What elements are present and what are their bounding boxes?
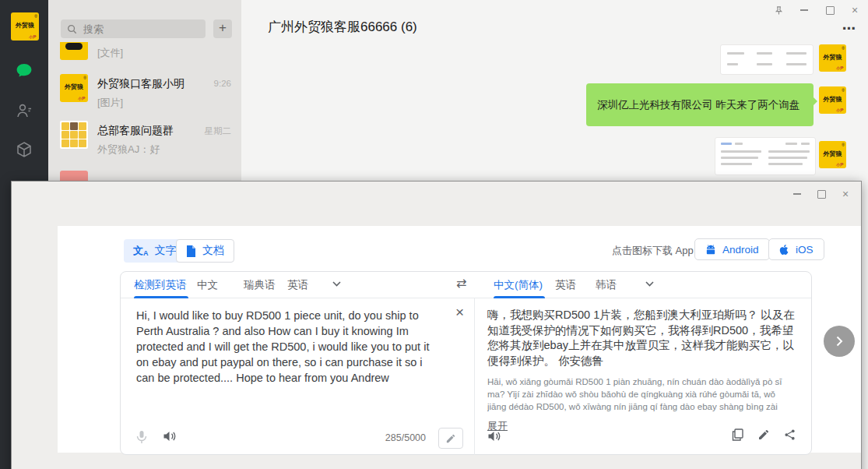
brand-reg-mark: ® [842, 88, 845, 93]
swap-languages-icon[interactable]: ⇄ [456, 276, 466, 291]
download-hint: 点击图标下载 App [612, 244, 694, 258]
source-lang-tab[interactable]: 中文 [197, 278, 218, 292]
document-mode-button[interactable]: 文档 [176, 239, 234, 263]
chat-title: 广州外贸狼客服66666 (6) [268, 18, 417, 36]
edit-source-button[interactable] [438, 428, 463, 449]
source-lang-tab[interactable]: 瑞典语 [244, 278, 276, 292]
listen-source-icon[interactable] [163, 430, 176, 443]
brand-avatar-subtext: 小尹 [836, 65, 844, 70]
source-lang-tab-detected[interactable]: 检测到英语 [134, 278, 187, 292]
android-download-button[interactable]: Android [694, 238, 770, 260]
document-icon [186, 245, 196, 257]
translate-icon: 文A [133, 245, 149, 257]
sender-avatar[interactable]: 外贸狼 ® 小尹 [819, 141, 846, 168]
search-input[interactable] [82, 23, 186, 36]
brand-avatar-subtext: 小尹 [836, 162, 844, 167]
translator-page: 文A 文字 文档 点击图标下载 App Android iOS [58, 226, 861, 453]
brand-avatar-text: 外贸狼 [60, 83, 88, 91]
moments-cube-icon[interactable] [15, 140, 33, 159]
copy-translation-icon[interactable] [732, 428, 743, 441]
minimize-icon[interactable] [791, 188, 803, 200]
language-tab-bar: 检测到英语 中文 瑞典语 英语 ⇄ 中文(简体) 英语 韩语 [121, 272, 811, 298]
brand-reg-mark: ® [842, 46, 845, 51]
chat-item-time: 星期二 [205, 125, 232, 137]
brand-avatar-subtext: 小尹 [78, 96, 86, 100]
translator-window: × 文A 文字 文档 点击图标下载 App Android [11, 181, 862, 469]
message-image-thumbnail[interactable] [715, 137, 816, 175]
contacts-icon[interactable] [15, 101, 33, 120]
chevron-right-icon [834, 336, 845, 347]
source-footer: 285/5000 [136, 428, 463, 448]
boss-badge [65, 43, 83, 50]
target-lang-tab[interactable]: 韩语 [596, 278, 617, 292]
target-footer [487, 428, 796, 448]
apple-icon [779, 244, 789, 256]
clear-source-icon[interactable]: × [455, 305, 464, 319]
user-avatar[interactable]: 外贸狼 ® 小尹 [11, 12, 39, 41]
group-chat-avatar[interactable] [60, 121, 88, 149]
chat-item-avatar[interactable]: 外贸狼 ® 小尹 [60, 74, 88, 102]
listen-translation-icon[interactable] [487, 430, 501, 443]
android-label: Android [722, 244, 759, 256]
android-icon [705, 244, 716, 256]
brand-reg-mark: ® [842, 143, 845, 147]
pinyin-text: Hāi, wǒ xiǎng gòumǎi RD500 1 piàn zhuāng… [487, 376, 796, 413]
source-text-pane[interactable]: Hi, I would like to buy RD500 1 piece un… [121, 298, 475, 455]
share-translation-icon[interactable] [784, 428, 796, 441]
target-lang-dropdown-chevron-icon[interactable] [645, 281, 654, 287]
close-icon[interactable]: × [849, 4, 861, 16]
search-box[interactable] [61, 19, 206, 38]
brand-avatar-text: 外贸狼 [11, 21, 39, 30]
next-page-button[interactable] [824, 326, 855, 357]
suggest-edit-icon[interactable] [758, 429, 769, 440]
search-icon [67, 24, 77, 34]
ios-label: iOS [796, 244, 814, 256]
translate-card: 检测到英语 中文 瑞典语 英语 ⇄ 中文(简体) 英语 韩语 [120, 271, 812, 455]
sender-avatar[interactable]: 外贸狼 ® 小尹 [819, 44, 846, 72]
more-options-icon[interactable]: ⋯ [842, 20, 856, 37]
maximize-icon[interactable] [815, 188, 828, 200]
sender-avatar[interactable]: 外贸狼 ® 小尹 [819, 86, 846, 114]
chat-item-subtitle: [文件] [97, 46, 123, 60]
brand-avatar-text: 外贸狼 [819, 53, 846, 62]
source-lang-tab[interactable]: 英语 [287, 278, 308, 292]
brand-reg-mark: ® [34, 14, 37, 19]
maximize-icon[interactable] [824, 4, 836, 16]
chat-item-time: 9:26 [214, 79, 231, 88]
pin-icon[interactable] [772, 4, 785, 16]
message-image-thumbnail[interactable] [720, 44, 814, 75]
brand-avatar-subtext: 小尹 [29, 34, 37, 39]
source-lang-dropdown-chevron-icon[interactable] [332, 281, 341, 287]
chat-item-title[interactable]: 总部客服问题群 [97, 124, 174, 138]
chat-list-header: + [48, 0, 241, 42]
chats-icon[interactable] [15, 62, 33, 80]
brand-avatar-text: 外贸狼 [819, 150, 846, 158]
brand-avatar-subtext: 小尹 [836, 108, 844, 112]
source-text[interactable]: Hi, I would like to buy RD500 1 piece un… [136, 308, 440, 386]
message-bubble[interactable]: 深圳亿上光科技有限公司 昨天来了两个询盘 [586, 83, 814, 126]
close-icon[interactable]: × [839, 188, 852, 200]
translated-text[interactable]: 嗨，我想购买RD500 1片装，您船到澳大利亚珀斯吗？ 以及在知道我受保护的情况… [487, 308, 796, 368]
brand-reg-mark: ® [83, 76, 86, 80]
chat-item-title[interactable]: 外贸狼口客服小明 [97, 77, 184, 91]
document-mode-label: 文档 [202, 244, 224, 258]
char-counter: 285/5000 [385, 432, 426, 443]
screen: 外贸狼 ® 小尹 [文件] 外贸狼 ® 小尹 外贸狼口客服小明 9:2 [0, 0, 868, 469]
add-chat-button[interactable]: + [213, 19, 232, 38]
chat-item-subtitle: 外贸狼AJ：好 [97, 143, 160, 157]
ios-download-button[interactable]: iOS [768, 238, 824, 260]
message-text: 深圳亿上光科技有限公司 昨天来了两个询盘 [597, 98, 799, 112]
microphone-icon[interactable] [136, 430, 147, 444]
text-mode-label: 文字 [155, 244, 177, 258]
target-lang-tab[interactable]: 英语 [555, 278, 576, 292]
minimize-icon[interactable] [798, 4, 810, 16]
chat-item-subtitle: [图片] [97, 96, 123, 110]
target-text-pane: 嗨，我想购买RD500 1片装，您船到澳大利亚珀斯吗？ 以及在知道我受保护的情况… [475, 298, 811, 455]
pencil-icon [446, 434, 455, 443]
target-lang-tab-active[interactable]: 中文(简体) [494, 278, 543, 292]
brand-avatar-text: 外贸狼 [819, 95, 846, 104]
